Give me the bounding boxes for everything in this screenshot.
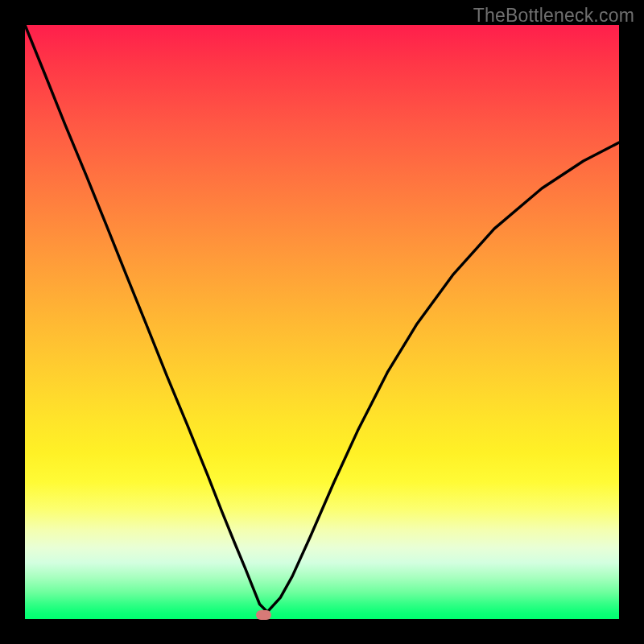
watermark-text: TheBottleneck.com — [473, 5, 634, 27]
plot-area — [25, 25, 619, 619]
chart-frame: TheBottleneck.com — [0, 0, 644, 644]
optimum-marker — [256, 610, 271, 620]
bottleneck-curve — [25, 25, 619, 619]
